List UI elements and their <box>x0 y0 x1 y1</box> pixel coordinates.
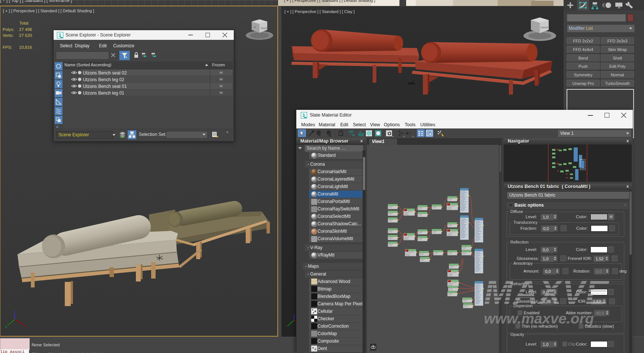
svg-text:y: y <box>5 325 7 328</box>
svg-text:UP: UP <box>254 26 256 28</box>
svg-text:O: O <box>388 131 391 136</box>
svg-text:FRONT: FRONT <box>261 27 267 29</box>
svg-text:z: z <box>13 310 15 314</box>
svg-text:x: x <box>25 324 26 328</box>
svg-text:FRONT: FRONT <box>541 26 548 29</box>
